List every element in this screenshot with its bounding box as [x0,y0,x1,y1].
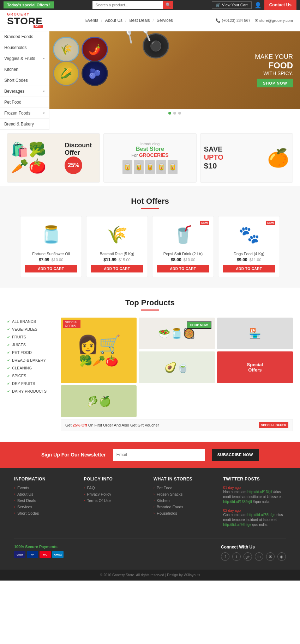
nav-contact: 📞 (+0123) 234 567 ✉ store@grocery.com [216,18,293,23]
cat-dry-fruits[interactable]: ✔DRY FRUITS [7,380,56,387]
contact-us-button[interactable]: Contact Us [264,0,296,10]
email-social-icon[interactable]: ✉ [266,552,275,561]
footer-link-pet-food[interactable]: ›Pet Food [154,486,216,490]
newsletter-email-input[interactable] [113,449,205,461]
footer-link-privacy[interactable]: ›Privacy Policy [84,492,147,496]
save-content: SAVE UPTO $10 🍊 [200,142,293,174]
secure-payments: 100% Secure Payments VISA PP MC AMEX [14,545,64,558]
product-name-dog-food: Dogs Food (4 Kg) [223,252,275,256]
top-images-grid: SPECIALOFFER 👩‍🛒 🥦🥕🍅 SHOP NOW 🥗🫙🥘 🏪 🥑🍵 S… [61,318,293,431]
top-img-avocado: 🥑🍵 [139,351,215,383]
nav-link-events[interactable]: Events [83,18,101,23]
section-underline [141,208,159,209]
search-button[interactable]: 🔍 [163,1,173,9]
footer-info-title: INFORMATION [14,477,77,482]
rss-icon[interactable]: ◉ [277,552,286,561]
tweet-link-4[interactable]: http://fid.ul/56hfge [223,523,252,527]
footer-information: INFORMATION ›Events ›About Us ›Best Deal… [14,477,77,532]
promo-best-store-card: Introducing Best Store For GROCERIES 🥫 🥫… [103,133,196,183]
linkedin-icon[interactable]: in [255,552,263,561]
check-icon-5: ✔ [7,351,10,355]
sidebar-item-kitchen[interactable]: Kitchen [0,64,49,75]
special-offer-overlay: Special Offers [217,351,293,383]
add-to-cart-rice[interactable]: ADD TO CART [91,265,143,272]
sidebar-item-branded-foods[interactable]: Branded Foods [0,31,49,42]
footer-link-short-codes[interactable]: ›Short Codes [14,511,77,515]
sidebar-item-veggies[interactable]: Veggies & Fruits ▾ [0,53,49,64]
check-icon-10: ✔ [7,390,10,393]
google-plus-icon[interactable]: g+ [244,552,252,561]
footer-link-services[interactable]: ›Services [14,505,77,509]
cat-all-brands[interactable]: ✔ALL BRANDS [7,318,56,325]
footer-link-branded[interactable]: ›Branded Foods [154,505,216,509]
cat-bread-bakery[interactable]: ✔BREAD & BAKERY [7,356,56,364]
facebook-icon[interactable]: f [221,552,229,561]
copyright-bar: © 2016 Grocery Store. All rights reserve… [0,570,300,581]
sidebar-item-households[interactable]: Households [0,42,49,53]
footer-link-about[interactable]: ›About Us [14,492,77,496]
nav-link-services[interactable]: Services [154,18,176,23]
nav-link-about[interactable]: About Us [102,18,125,23]
footer-link-frozen[interactable]: ›Frozen Snacks [154,492,216,496]
check-icon-7: ✔ [7,366,10,370]
cat-juices[interactable]: ✔JUICES [7,341,56,349]
slider-dot-1[interactable] [168,112,171,115]
cat-vegetables[interactable]: ✔VEGETABLES [7,325,56,333]
tweet-link-2[interactable]: http://fd.ul/1389kjff [223,500,252,504]
footer-link-events[interactable]: ›Events [14,486,77,490]
subscribe-button[interactable]: SUBSCRIBE NOW [212,449,259,461]
main-nav: Events / About Us / Best Deals / Service… [83,18,176,23]
tweet-link-3[interactable]: http://fid.ul/56hfge [247,513,276,517]
top-products-underline [141,309,159,311]
shop-now-overlay-button[interactable]: SHOP NOW [187,321,211,329]
add-to-cart-pepsi[interactable]: ADD TO CART [157,265,209,272]
footer-link-faq[interactable]: ›FAQ [84,486,147,490]
tweet-2-text: Con numquam http://fid.ul/56hfge eius mo… [223,513,286,527]
footer-link-kitchen[interactable]: ›Kitchen [154,498,216,503]
sidebar-item-bread-bakery[interactable]: Bread & Bakery [0,119,49,130]
footer-link-households[interactable]: ›Households [154,511,216,515]
footer: INFORMATION ›Events ›About Us ›Best Deal… [0,468,300,570]
search-input[interactable] [92,1,163,9]
cat-cleaning[interactable]: ✔CLEANING [7,364,56,372]
account-icon[interactable]: 👤 [254,2,262,8]
cat-spices[interactable]: ✔SPICES [7,372,56,380]
product-name-rice: Basmati Rise (5 Kg) [91,252,143,256]
product-card-pepsi: NEW 🥤 Pepsi Soft Drink (2 Ltr) $8.00 $10… [152,216,214,277]
slider-dot-3[interactable] [178,112,181,115]
arrow-icon-4: › [14,505,15,509]
top-img-bowls: SHOP NOW 🥗🫙🥘 [139,318,215,349]
sidebar-item-short-codes[interactable]: Short Codes [0,75,49,86]
offers-text: Offers [248,367,262,373]
new-badge-2: NEW [266,221,275,225]
slider-dot-2[interactable] [173,112,176,115]
hero-shop-button[interactable]: SHOP NOW [257,79,293,87]
footer-stores-title: WHAT IN STORES [154,477,216,482]
nav-link-deals[interactable]: Best Deals [126,18,152,23]
sidebar-item-beverages[interactable]: Beverages ▾ [0,86,49,97]
top-img-store-shelf: 🏪 [217,318,293,349]
check-icon-9: ✔ [7,382,10,386]
cat-fruits[interactable]: ✔FRUITS [7,333,56,341]
hero-bowls: 🌾 🌶️ 🥄 🥄 ⚫ 🌽 🫐 [53,37,173,86]
product-card-dog-food: NEW 🐾 Dogs Food (4 Kg) $9.00 $11.00 ADD … [218,216,280,277]
cat-dairy[interactable]: ✔DAIRY PRODUCTS [7,387,56,395]
hero-slider: 🌾 🌶️ 🥄 🥄 ⚫ 🌽 🫐 MAKE YOUR FOOD WITH SPICY… [49,31,300,109]
arrow-icon-8: › [84,499,85,502]
special-offers-button[interactable]: Today's special Offers ! [4,1,54,8]
view-cart-button[interactable]: 🛒 View Your Cart [212,1,252,9]
cat-pet-food[interactable]: ✔PET FOOD [7,349,56,356]
footer-policy-title: POLICY INFO [84,477,147,482]
top-products-categories: ✔ALL BRANDS ✔VEGETABLES ✔FRUITS ✔JUICES … [7,318,56,431]
woman-shopping-icon: 👩‍🛒 [77,334,121,355]
sidebar-item-pet-food[interactable]: Pet Food [0,97,49,108]
sidebar-item-frozen-foods[interactable]: Frozen Foods ▾ [0,108,49,119]
twitter-icon[interactable]: t [232,552,241,561]
add-to-cart-oil[interactable]: ADD TO CART [25,265,77,272]
add-to-cart-dog-food[interactable]: ADD TO CART [223,265,275,272]
top-products-section: Top Products ✔ALL BRANDS ✔VEGETABLES ✔FR… [0,288,300,442]
footer-link-deals[interactable]: ›Best Deals [14,498,77,503]
footer-link-terms[interactable]: ›Terms Of Use [84,498,147,503]
hero-make-text: MAKE YOUR [255,53,293,61]
tweet-link-1[interactable]: http://fd.ul/13kjff [247,490,272,494]
